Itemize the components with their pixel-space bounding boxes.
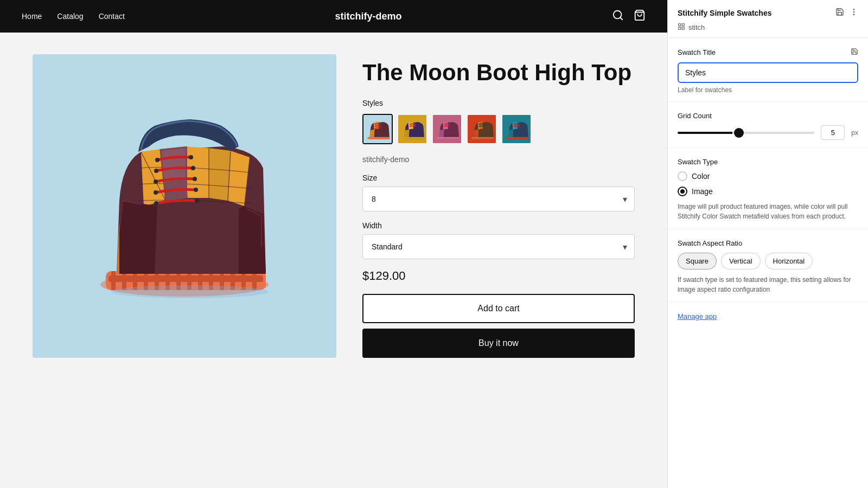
swatch-type-radio-group: Color Image xyxy=(678,171,858,196)
svg-point-27 xyxy=(154,169,158,173)
svg-rect-45 xyxy=(682,24,684,26)
swatch-title-input[interactable] xyxy=(678,62,858,83)
product-info: The Moon Boot High Top Styles xyxy=(362,54,635,466)
product-title: The Moon Boot High Top xyxy=(362,60,635,86)
nav-contact[interactable]: Contact xyxy=(99,12,125,21)
aspect-vertical-button[interactable]: Vertical xyxy=(721,253,761,269)
svg-rect-7 xyxy=(122,271,126,290)
aspect-ratio-buttons: Square Vertical Horizontal xyxy=(678,253,858,269)
aspect-horizontal-button[interactable]: Horizontal xyxy=(765,253,813,269)
swatch-thumb-3 xyxy=(433,115,461,143)
aspect-square-button[interactable]: Square xyxy=(678,253,717,269)
grid-count-input[interactable] xyxy=(821,125,845,140)
swatch-type-color-label: Color xyxy=(692,172,710,181)
store-nav: Home Catalog Contact stitchify-demo xyxy=(0,0,667,33)
svg-rect-47 xyxy=(679,27,681,29)
swatch-label: Styles xyxy=(362,99,635,107)
svg-point-32 xyxy=(194,188,198,192)
price: $129.00 xyxy=(362,269,635,283)
nav-home[interactable]: Home xyxy=(22,12,42,21)
swatch-type-color-option[interactable]: Color xyxy=(678,171,858,181)
store-brand: stitchify-demo xyxy=(335,11,401,22)
size-select[interactable]: 6 7 8 9 10 11 12 xyxy=(362,187,635,211)
nav-catalog[interactable]: Catalog xyxy=(57,12,83,21)
more-options-button[interactable] xyxy=(850,8,858,18)
svg-point-28 xyxy=(191,166,195,170)
manage-app-link[interactable]: Manage app xyxy=(668,303,868,330)
save-icon-button[interactable] xyxy=(835,8,844,18)
swatches-container xyxy=(362,114,635,144)
panel-subtitle: stitch xyxy=(678,23,858,32)
width-select[interactable]: Narrow Standard Wide xyxy=(362,234,635,259)
width-select-wrapper: Narrow Standard Wide ▾ xyxy=(362,234,635,259)
width-label: Width xyxy=(362,221,635,230)
svg-point-26 xyxy=(189,155,193,159)
aspect-ratio-section: Swatch Aspect Ratio Square Vertical Hori… xyxy=(668,229,868,303)
swatch-thumb-1 xyxy=(363,115,392,143)
svg-point-34 xyxy=(195,198,199,203)
grid-count-slider[interactable] xyxy=(678,132,814,134)
nav-icons xyxy=(612,9,646,24)
storefront-preview: Home Catalog Contact stitchify-demo xyxy=(0,0,667,488)
panel-title: Stitchify Simple Swatches xyxy=(678,9,772,17)
product-image-container xyxy=(33,54,336,358)
grid-count-unit: px xyxy=(851,129,858,137)
svg-line-1 xyxy=(620,17,622,20)
aspect-ratio-label: Swatch Aspect Ratio xyxy=(678,239,858,247)
swatch-type-image-radio[interactable] xyxy=(678,187,687,196)
nav-links: Home Catalog Contact xyxy=(22,12,125,21)
size-label: Size xyxy=(362,174,635,182)
grid-count-slider-row: px xyxy=(678,125,858,140)
swatch-thumb-4 xyxy=(468,115,496,143)
svg-rect-5 xyxy=(108,275,263,282)
buy-now-button[interactable]: Buy it now xyxy=(362,329,635,358)
swatch-title-icon xyxy=(851,48,858,57)
cart-icon[interactable] xyxy=(634,9,646,24)
swatch-type-image-option[interactable]: Image xyxy=(678,187,858,196)
swatch-thumb-5 xyxy=(502,115,531,143)
swatch-title-helper: Label for swatches xyxy=(678,86,858,94)
product-area: The Moon Boot High Top Styles xyxy=(0,33,667,488)
svg-rect-6 xyxy=(111,271,116,290)
swatch-type-section: Swatch Type Color Image Image will pull … xyxy=(668,148,868,229)
swatch-item-2[interactable] xyxy=(397,114,427,144)
svg-point-41 xyxy=(853,9,854,10)
svg-point-43 xyxy=(853,14,854,15)
svg-point-25 xyxy=(155,158,159,162)
product-image xyxy=(71,92,298,320)
search-icon[interactable] xyxy=(612,9,624,24)
swatch-thumb-2 xyxy=(398,115,426,143)
size-select-wrapper: 6 7 8 9 10 11 12 ▾ xyxy=(362,187,635,211)
swatch-item-1[interactable] xyxy=(362,114,393,144)
aspect-ratio-description: If swatch type is set to featured image,… xyxy=(678,275,858,294)
svg-point-29 xyxy=(154,179,158,184)
swatch-title-label: Swatch Title xyxy=(678,48,858,57)
svg-rect-46 xyxy=(682,27,684,29)
svg-point-35 xyxy=(111,285,269,298)
swatch-type-description: Image will pull product featured images,… xyxy=(678,202,858,221)
swatch-item-3[interactable] xyxy=(432,114,462,144)
add-to-cart-button[interactable]: Add to cart xyxy=(362,294,635,323)
svg-rect-44 xyxy=(679,24,681,26)
panel-title-icons xyxy=(835,8,858,18)
store-name: stitchify-demo xyxy=(362,155,635,164)
panel-title-row: Stitchify Simple Swatches xyxy=(678,8,858,18)
panel-subtitle-text: stitch xyxy=(688,23,705,31)
swatch-title-section: Swatch Title Label for swatches xyxy=(668,38,868,102)
swatch-type-color-radio[interactable] xyxy=(678,171,687,181)
panel-header: Stitchify Simple Swatches stitch xyxy=(668,0,868,38)
svg-point-42 xyxy=(853,11,854,12)
app-panel: Stitchify Simple Swatches stitch Swatch … xyxy=(667,0,868,488)
swatch-type-image-label: Image xyxy=(692,187,713,196)
grid-icon xyxy=(678,23,685,32)
grid-count-section: Grid Count px xyxy=(668,102,868,148)
swatch-item-4[interactable] xyxy=(467,114,497,144)
swatch-item-5[interactable] xyxy=(501,114,532,144)
svg-point-30 xyxy=(193,177,197,181)
svg-rect-19 xyxy=(252,271,257,290)
svg-point-33 xyxy=(154,201,158,206)
grid-count-label: Grid Count xyxy=(678,112,858,120)
swatch-type-label: Swatch Type xyxy=(678,158,858,166)
svg-point-31 xyxy=(154,190,158,195)
